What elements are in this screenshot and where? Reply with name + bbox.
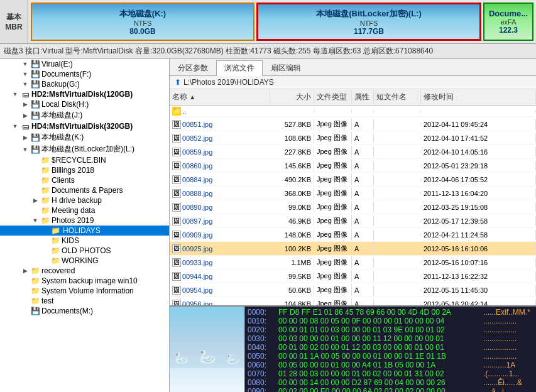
file-row-12[interactable]: 🖼00954.jpg50.6KBJpeg 图像A2012-05-15 11:45… bbox=[170, 283, 536, 297]
file-row-2[interactable]: 🖼00859.jpg227.8KBJpeg 图像A2012-04-10 14:0… bbox=[170, 145, 536, 159]
tree-label-3: HD2:MsftVirtualDisk(120GB) bbox=[30, 90, 133, 99]
file-tree[interactable]: ▼💾Virual(E:)▼💾Documents(F:)▼💾Backup(G:)▼… bbox=[0, 59, 169, 392]
tree-label-22: System Volume Information bbox=[40, 286, 134, 295]
tree-expander-4[interactable]: ▶ bbox=[20, 101, 30, 107]
tree-item-6[interactable]: ▼🖴HD4:MsftVirtualDisk(320GB) bbox=[0, 121, 169, 131]
file-row-4[interactable]: 🖼00884.jpg490.2KBJpeg 图像A2012-04-06 17:0… bbox=[170, 173, 536, 187]
file-row-11[interactable]: 🖼00944.jpg99.5KBJpeg 图像A2011-12-13 16:22… bbox=[170, 270, 536, 283]
tree-expander-8[interactable]: ▼ bbox=[20, 146, 30, 153]
tree-item-7[interactable]: ▶💾本地磁盘(K:) bbox=[0, 131, 169, 143]
drive-icon-24: 💾 bbox=[30, 307, 40, 315]
tree-item-24[interactable]: 💾Documents(M:) bbox=[0, 306, 169, 316]
tree-item-2[interactable]: ▼💾Backup(G:) bbox=[0, 79, 169, 89]
tree-item-14[interactable]: 📁Meeting data bbox=[0, 205, 169, 215]
file-icon-10: 🖼 bbox=[172, 258, 181, 267]
tree-item-16[interactable]: 📁HOLIDAYS bbox=[0, 226, 169, 236]
tree-label-19: WORKING bbox=[60, 256, 99, 265]
tree-expander-5[interactable]: ▶ bbox=[20, 112, 30, 119]
tree-expander-13[interactable]: ▶ bbox=[30, 197, 40, 204]
tree-item-19[interactable]: 📁WORKING bbox=[0, 256, 169, 266]
col-header-type[interactable]: 文件类型 bbox=[314, 90, 352, 104]
file-name-cell-13: 🖼00956.jpg bbox=[170, 299, 270, 306]
tree-item-17[interactable]: 📁KIDS bbox=[0, 236, 169, 246]
disk-header: 基本 MBR 本地磁盘(K:) NTFS 80.0GB 本地磁盘(BitLock… bbox=[0, 0, 536, 44]
tree-label-21: System backup image win10 bbox=[40, 276, 138, 285]
file-list[interactable]: 📁 .. 🖼00851.jpg527.8KBJpeg 图像A2012-04-11… bbox=[170, 106, 536, 305]
folder-icon-14: 📁 bbox=[40, 206, 50, 215]
hex-line-8: 0080:00 00 00 14 00 00 00 D2 87 69 00 04… bbox=[248, 378, 533, 387]
tree-item-1[interactable]: ▼💾Documents(F:) bbox=[0, 69, 169, 79]
file-name-cell-11: 🖼00944.jpg bbox=[170, 271, 270, 281]
hex-line-9: 0090:00 02 00 00 E0 00 00 00 6A 02 03 00… bbox=[248, 387, 533, 392]
folder-icon-13: 📁 bbox=[40, 196, 50, 205]
tree-expander-1[interactable]: ▼ bbox=[20, 71, 30, 77]
tree-item-11[interactable]: 📁Clients bbox=[0, 175, 169, 185]
tab-partition-params[interactable]: 分区参数 bbox=[170, 60, 216, 75]
tree-expander-0[interactable]: ▼ bbox=[20, 61, 30, 67]
folder-icon-18: 📁 bbox=[50, 246, 60, 255]
tree-expander-2[interactable]: ▼ bbox=[20, 81, 30, 87]
tree-item-18[interactable]: 📁OLD PHOTOS bbox=[0, 246, 169, 256]
file-row-3[interactable]: 🖼00860.jpg145.6KBJpeg 图像A2012-05-01 23:2… bbox=[170, 159, 536, 173]
file-name-text-13: 00956.jpg bbox=[182, 300, 212, 306]
tree-item-20[interactable]: ▶📁recovered bbox=[0, 266, 169, 276]
col-header-modified[interactable]: 修改时间 bbox=[421, 90, 536, 104]
tree-item-8[interactable]: ▼💾本地磁盘(BitLocker加密)(L:) bbox=[0, 143, 169, 155]
tree-item-23[interactable]: 📁test bbox=[0, 296, 169, 306]
file-row-9[interactable]: 🖼00925.jpg100.2KBJpeg 图像A2012-05-16 16:1… bbox=[170, 242, 536, 256]
path-up-arrow[interactable]: ⬆ bbox=[175, 78, 181, 87]
file-row-5[interactable]: 🖼00888.jpg368.0KBJpeg 图像A2011-12-13 16:0… bbox=[170, 187, 536, 200]
col-header-attr[interactable]: 属性 bbox=[352, 90, 374, 104]
tree-label-13: H drive backup bbox=[50, 196, 102, 205]
hex-line-5: 0050:00 00 01 1A 00 05 00 00 00 01 00 00… bbox=[248, 352, 533, 361]
partition-doc[interactable]: Docume... exFA 122.3 bbox=[483, 3, 533, 41]
tree-item-22[interactable]: 📁System Volume Information bbox=[0, 286, 169, 296]
tree-label-17: KIDS bbox=[60, 236, 79, 245]
col-header-shortname[interactable]: 短文件名 bbox=[374, 90, 421, 104]
col-header-size[interactable]: 大小 bbox=[270, 90, 314, 104]
partition-l[interactable]: 本地磁盘(BitLocker加密)(L:) NTFS 117.7GB bbox=[256, 3, 481, 41]
tree-label-4: Local Disk(H:) bbox=[40, 100, 89, 109]
file-name-cell-8: 🖼00909.jpg bbox=[170, 230, 270, 240]
file-name-text-7: 00897.jpg bbox=[182, 217, 212, 225]
hex-line-6: 0060:00 05 00 00 00 01 00 00 A4 01 1B 05… bbox=[248, 361, 533, 369]
file-name-cell-9: 🖼00925.jpg bbox=[170, 244, 270, 254]
tree-expander-7[interactable]: ▶ bbox=[20, 134, 30, 141]
tree-expander-20[interactable]: ▶ bbox=[20, 268, 30, 274]
tree-expander-6[interactable]: ▼ bbox=[10, 123, 20, 129]
tree-item-12[interactable]: 📁Documents & Papers bbox=[0, 185, 169, 195]
partition-k[interactable]: 本地磁盘(K:) NTFS 80.0GB bbox=[31, 3, 254, 41]
drive-icon-7: 💾 bbox=[30, 133, 40, 142]
file-name-text-10: 00933.jpg bbox=[182, 259, 212, 266]
file-row-13[interactable]: 🖼00956.jpg104.8KBJpeg 图像A2012-05-16 20:4… bbox=[170, 297, 536, 305]
tree-item-15[interactable]: ▼📁Photos 2019 bbox=[0, 215, 169, 226]
drive-icon-0: 💾 bbox=[30, 60, 40, 68]
file-icon-13: 🖼 bbox=[172, 300, 181, 306]
hex-line-0: 0000:FF D8 FF E1 01 86 45 78 69 66 00 00… bbox=[248, 308, 533, 317]
file-row-7[interactable]: 🖼00897.jpg46.9KBJpeg 图像A2012-05-17 12:39… bbox=[170, 214, 536, 228]
tree-item-5[interactable]: ▶💾本地磁盘(J:) bbox=[0, 109, 169, 121]
tree-item-9[interactable]: 📁$RECYCLE.BIN bbox=[0, 155, 169, 165]
tree-item-4[interactable]: ▶💾Local Disk(H:) bbox=[0, 99, 169, 109]
file-name-cell-3: 🖼00860.jpg bbox=[170, 161, 270, 171]
tree-label-7: 本地磁盘(K:) bbox=[40, 132, 84, 143]
tree-item-13[interactable]: ▶📁H drive backup bbox=[0, 195, 169, 205]
file-row-6[interactable]: 🖼00890.jpg99.0KBJpeg 图像A2012-03-25 19:15… bbox=[170, 200, 536, 214]
file-row-0[interactable]: 🖼00851.jpg527.8KBJpeg 图像A2012-04-11 09:4… bbox=[170, 117, 536, 131]
col-header-name[interactable]: 名称 ▲ bbox=[170, 90, 270, 104]
tree-item-21[interactable]: 📁System backup image win10 bbox=[0, 276, 169, 286]
file-row-parent[interactable]: 📁 .. bbox=[170, 106, 536, 117]
tab-sector-edit[interactable]: 扇区编辑 bbox=[263, 60, 309, 75]
file-row-8[interactable]: 🖼00909.jpg148.0KBJpeg 图像A2012-04-21 11:2… bbox=[170, 228, 536, 242]
file-name-text-1: 00852.jpg bbox=[182, 134, 212, 142]
tree-item-10[interactable]: 📁Billings 2018 bbox=[0, 165, 169, 175]
tab-browse-files[interactable]: 浏览文件 bbox=[216, 60, 263, 76]
folder-icon-17: 📁 bbox=[50, 236, 60, 245]
tree-expander-15[interactable]: ▼ bbox=[30, 217, 40, 224]
file-row-1[interactable]: 🖼00852.jpg108.6KBJpeg 图像A2012-04-10 17:4… bbox=[170, 131, 536, 145]
tree-item-0[interactable]: ▼💾Virual(E:) bbox=[0, 59, 169, 69]
file-row-10[interactable]: 🖼00933.jpg1.1MBJpeg 图像A2012-05-16 10:07:… bbox=[170, 256, 536, 270]
tree-item-3[interactable]: ▼🖴HD2:MsftVirtualDisk(120GB) bbox=[0, 89, 169, 99]
file-name-cell-5: 🖼00888.jpg bbox=[170, 188, 270, 199]
tree-expander-3[interactable]: ▼ bbox=[10, 91, 20, 97]
